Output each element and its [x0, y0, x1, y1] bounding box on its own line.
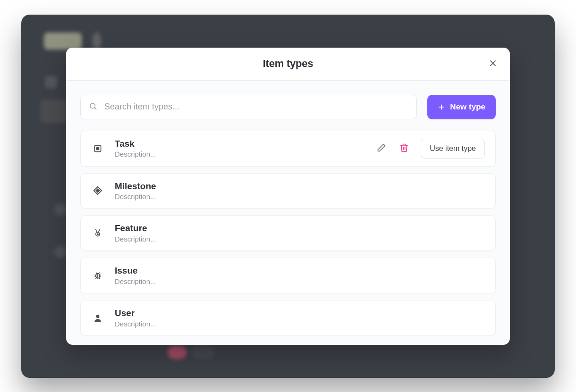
item-type-row[interactable]: TaskDescription...Use item type [80, 131, 496, 167]
item-type-row[interactable]: MilestoneDescription... [80, 173, 496, 209]
row-text: UserDescription... [115, 308, 485, 328]
search-field [80, 95, 417, 119]
trash-icon [399, 143, 409, 154]
item-type-list: TaskDescription...Use item typeMilestone… [80, 131, 496, 336]
pencil-icon [377, 143, 386, 154]
edit-button[interactable] [375, 142, 388, 155]
row-text: TaskDescription... [115, 139, 365, 158]
svg-point-11 [96, 315, 100, 318]
modal-body: New type TaskDescription...Use item type… [66, 81, 510, 345]
delete-button[interactable] [398, 142, 410, 155]
bug-icon [91, 269, 104, 282]
app-backdrop: Item types New type [21, 15, 555, 378]
square-icon [91, 142, 104, 155]
item-type-description: Description... [115, 235, 485, 243]
row-actions: Use item type [375, 139, 485, 158]
item-type-description: Description... [115, 150, 365, 158]
toolbar: New type [80, 95, 496, 119]
item-type-name: Feature [115, 223, 485, 234]
item-type-description: Description... [115, 277, 485, 285]
item-type-name: Milestone [115, 181, 485, 192]
close-button[interactable] [486, 57, 500, 70]
svg-rect-7 [97, 147, 99, 150]
close-icon [488, 58, 498, 69]
user-icon [91, 311, 104, 325]
search-input[interactable] [80, 95, 417, 119]
row-text: IssueDescription... [115, 266, 485, 285]
new-type-label: New type [450, 102, 485, 112]
row-text: MilestoneDescription... [115, 181, 485, 201]
modal-title: Item types [263, 58, 313, 70]
item-type-name: User [115, 308, 485, 319]
use-item-type-label: Use item type [430, 144, 476, 152]
item-type-row[interactable]: IssueDescription... [80, 258, 496, 293]
svg-point-9 [97, 234, 99, 235]
diamond-icon [91, 184, 104, 197]
row-text: FeatureDescription... [115, 223, 485, 243]
plus-icon [438, 103, 445, 111]
item-type-row[interactable]: FeatureDescription... [80, 215, 496, 251]
item-type-name: Task [115, 139, 365, 150]
modal-header: Item types [66, 48, 510, 81]
item-type-description: Description... [115, 320, 485, 328]
item-types-modal: Item types New type [66, 48, 510, 345]
medal-icon [91, 226, 104, 240]
item-type-row[interactable]: UserDescription... [80, 300, 496, 336]
use-item-type-button[interactable]: Use item type [421, 139, 485, 158]
item-type-name: Issue [115, 266, 485, 276]
new-type-button[interactable]: New type [427, 95, 496, 119]
item-type-description: Description... [115, 192, 485, 200]
